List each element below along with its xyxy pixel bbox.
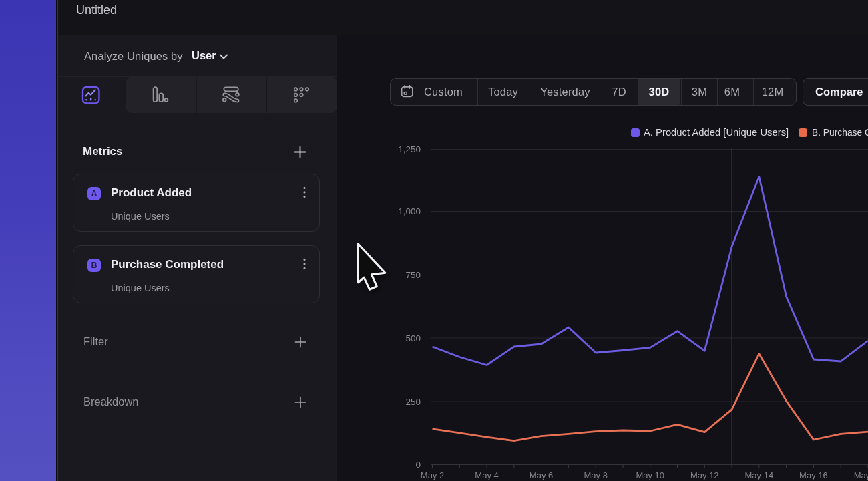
svg-text:May 14: May 14 (745, 470, 774, 480)
svg-text:0: 0 (415, 460, 421, 470)
svg-text:May 10: May 10 (636, 470, 664, 480)
svg-text:1,250: 1,250 (398, 144, 421, 154)
svg-text:May 12: May 12 (690, 470, 719, 480)
svg-text:May 4: May 4 (475, 470, 498, 480)
svg-text:May 8: May 8 (584, 470, 607, 480)
svg-text:May 18: May 18 (854, 470, 868, 480)
svg-text:750: 750 (405, 270, 421, 280)
svg-text:1,000: 1,000 (398, 206, 421, 216)
svg-text:May 16: May 16 (799, 470, 828, 480)
svg-text:500: 500 (405, 333, 421, 343)
svg-text:250: 250 (405, 397, 421, 407)
svg-text:May 6: May 6 (529, 470, 553, 480)
svg-text:May 2: May 2 (421, 470, 444, 480)
